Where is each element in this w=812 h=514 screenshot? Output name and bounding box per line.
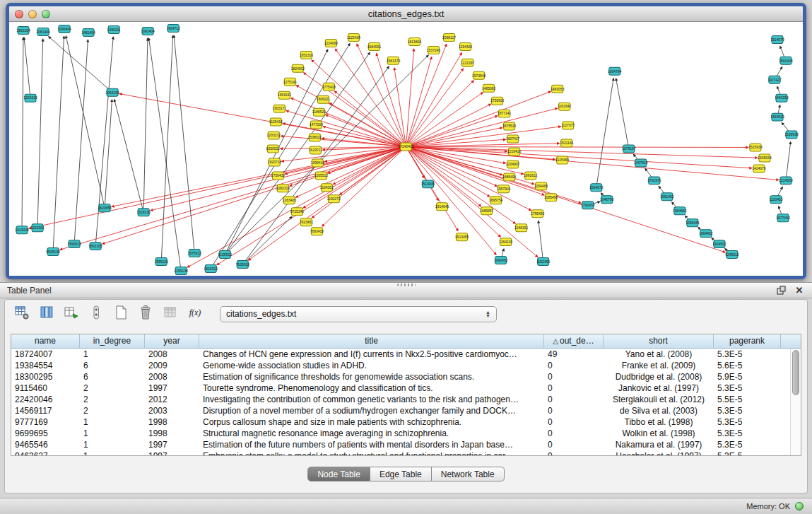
table-cell[interactable]: Structural magnetic resonance image aver… — [199, 428, 544, 439]
table-cell[interactable]: 2 — [80, 405, 145, 416]
table-cell[interactable]: Investigating the contribution of common… — [199, 394, 544, 405]
merge-table-disabled-button[interactable] — [160, 304, 180, 324]
window-titlebar[interactable]: citations_edges.txt — [9, 6, 803, 22]
table-cell[interactable]: Tibbo et al. (1998) — [604, 416, 714, 428]
table-cell[interactable]: Genome-wide association studies in ADHD. — [199, 360, 544, 371]
table-cell[interactable]: Stergiakouli et al. (2012) — [604, 394, 714, 405]
table-cell[interactable]: 1 — [80, 439, 145, 450]
table-cell[interactable]: 2 — [80, 382, 145, 394]
table-cell[interactable]: 1997 — [145, 450, 199, 456]
table-cell[interactable]: 1 — [80, 450, 145, 456]
table-cell[interactable]: Estimation of significance thresholds fo… — [199, 371, 544, 382]
table-cell[interactable]: 5.3E-5 — [714, 428, 781, 439]
table-cell[interactable]: Franke et al. (2009) — [604, 360, 714, 371]
delete-table-button[interactable] — [136, 304, 155, 324]
table-source-dropdown[interactable]: citations_edges.txt ▲▼ — [220, 306, 497, 322]
column-header-name[interactable]: name — [11, 334, 80, 349]
table-cell[interactable]: 0 — [544, 382, 604, 394]
table-cell[interactable]: Wolkin et al. (1998) — [604, 428, 714, 439]
table-cell[interactable]: 14569117 — [11, 405, 80, 416]
table-cell[interactable]: 18300295 — [11, 371, 80, 382]
minimize-window-button[interactable] — [28, 10, 37, 18]
table-cell[interactable]: Tourette syndrome. Phenomenology and cla… — [199, 382, 544, 394]
table-cell[interactable]: 9463627 — [11, 450, 80, 456]
table-cell[interactable]: 1998 — [145, 428, 199, 439]
table-cell[interactable]: 1997 — [145, 382, 199, 394]
table-cell[interactable]: 2009 — [145, 360, 199, 371]
table-cell[interactable]: 5.6E-5 — [714, 360, 781, 371]
table-vertical-scrollbar[interactable] — [790, 349, 801, 455]
table-cell[interactable]: 1 — [80, 428, 145, 439]
table-cell[interactable]: Dudbridge et al. (2008) — [604, 371, 714, 382]
table-cell[interactable]: 6 — [80, 371, 145, 382]
table-mode-settings-button[interactable] — [12, 304, 32, 324]
table-cell[interactable]: Jankovic et al. (1997) — [604, 382, 714, 394]
network-graph[interactable]: 1724041518523181824002127514116516321903… — [9, 22, 803, 276]
table-row[interactable]: 1938455462009Genome-wide association stu… — [11, 360, 801, 371]
network-canvas[interactable]: 1724041518523181824002127514116516321903… — [9, 22, 803, 276]
function-builder-button[interactable]: f(x) — [185, 304, 205, 324]
table-cell[interactable]: 18724007 — [11, 349, 80, 360]
scrollbar-thumb[interactable] — [792, 350, 799, 395]
table-cell[interactable]: 0 — [544, 439, 604, 450]
table-cell[interactable]: 5.3E-5 — [714, 405, 781, 416]
table-row[interactable]: 2242004622012Investigating the contribut… — [11, 394, 801, 405]
table-cell[interactable]: 5.5E-5 — [714, 394, 781, 405]
column-header-year[interactable]: year — [145, 334, 199, 349]
table-cell[interactable]: 9115460 — [11, 382, 80, 394]
show-columns-button[interactable] — [37, 304, 57, 324]
column-header-short[interactable]: short — [604, 334, 714, 349]
table-cell[interactable]: 22420046 — [11, 394, 80, 405]
table-cell[interactable]: 0 — [544, 394, 604, 405]
table-row[interactable]: 911546021997Tourette syndrome. Phenomeno… — [11, 382, 801, 394]
table-row[interactable]: 1830029562008Estimation of significance … — [11, 371, 801, 382]
table-cell[interactable]: de Silva et al. (2003) — [604, 405, 714, 416]
table-cell[interactable]: 6 — [80, 360, 145, 371]
tab-edge-table[interactable]: Edge Table — [370, 467, 432, 481]
table-row[interactable]: 946362711997Embryonic stem cells: a mode… — [11, 450, 801, 456]
table-cell[interactable]: Yano et al. (2008) — [604, 349, 714, 360]
panel-resize-grip[interactable] — [397, 284, 416, 286]
table-cell[interactable]: 5.3E-5 — [714, 450, 781, 456]
table-cell[interactable]: 9465546 — [11, 439, 80, 450]
table-cell[interactable]: 1997 — [145, 439, 199, 450]
table-cell[interactable]: 2003 — [145, 405, 199, 416]
column-header-out_de[interactable]: △out_de… — [544, 334, 604, 349]
table-cell[interactable]: 2 — [80, 394, 145, 405]
float-panel-icon[interactable] — [775, 285, 787, 296]
table-cell[interactable]: Disruption of a novel member of a sodium… — [199, 405, 544, 416]
table-cell[interactable]: 49 — [544, 349, 604, 360]
tab-node-table[interactable]: Node Table — [307, 467, 370, 481]
table-cell[interactable]: 2012 — [145, 394, 199, 405]
create-column-button[interactable] — [61, 304, 81, 324]
table-cell[interactable]: 0 — [544, 450, 604, 456]
new-table-button[interactable] — [111, 304, 131, 324]
table-cell[interactable]: 1 — [80, 416, 145, 428]
tab-network-table[interactable]: Network Table — [432, 467, 505, 481]
table-cell[interactable]: 5.9E-5 — [714, 371, 781, 382]
table-cell[interactable]: 1998 — [145, 416, 199, 428]
table-row[interactable]: 969969511998Structural magnetic resonanc… — [11, 428, 801, 439]
table-cell[interactable]: 5.3E-5 — [714, 382, 781, 394]
table-cell[interactable]: Nakamura et al. (1997) — [604, 439, 714, 450]
table-cell[interactable]: Estimation of the future numbers of pati… — [199, 439, 544, 450]
column-header-in_degree[interactable]: in_degree — [80, 334, 145, 349]
table-cell[interactable]: 2008 — [145, 349, 199, 360]
table-row[interactable]: 977716911998Corpus callosum shape and si… — [11, 416, 801, 428]
table-row[interactable]: 946554611997Estimation of the future num… — [11, 439, 801, 450]
table-cell[interactable]: 0 — [544, 371, 604, 382]
row-tools-button[interactable] — [86, 304, 106, 324]
table-row[interactable]: 1872400712008Changes of HCN gene express… — [11, 349, 801, 360]
table-cell[interactable]: 9777169 — [11, 416, 80, 428]
table-cell[interactable]: Hescheler et al. (1997) — [604, 450, 714, 456]
column-header-title[interactable]: title — [199, 334, 544, 349]
table-cell[interactable]: 5.3E-5 — [714, 349, 781, 360]
table-row[interactable]: 1456911722003Disruption of a novel membe… — [11, 405, 801, 416]
table-cell[interactable]: 9699695 — [11, 428, 80, 439]
table-cell[interactable]: 0 — [544, 416, 604, 428]
close-window-button[interactable] — [15, 10, 23, 18]
table-cell[interactable]: Changes of HCN gene expression and I(f) … — [199, 349, 544, 360]
table-cell[interactable]: Embryonic stem cells: a model to study s… — [199, 450, 544, 456]
table-cell[interactable]: 5.3E-5 — [714, 439, 781, 450]
table-cell[interactable]: 19384554 — [11, 360, 80, 371]
